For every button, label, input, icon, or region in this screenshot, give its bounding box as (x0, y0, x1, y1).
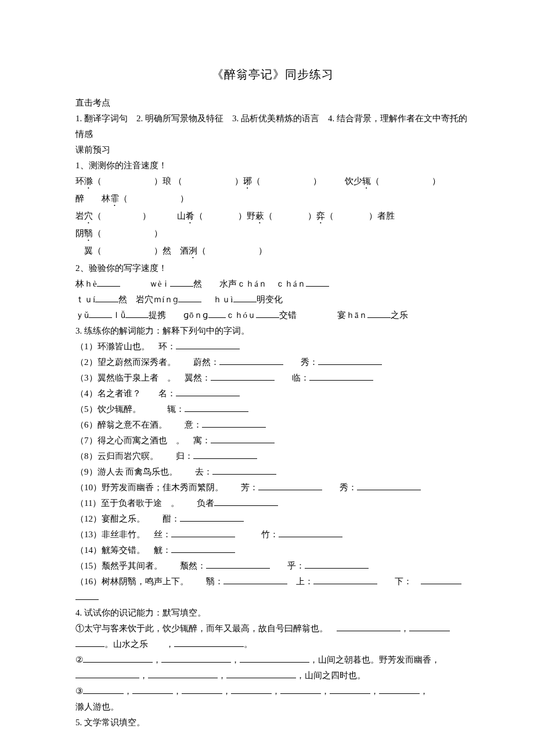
text: ） (180, 194, 189, 203)
item-12: （12）宴酣之乐。 酣： (75, 511, 470, 527)
text: 之乐 (391, 310, 408, 320)
emph-char: 琊 (243, 176, 252, 186)
text: （3）翼然临于泉上者 。 翼然： (75, 373, 211, 382)
blank-input[interactable] (161, 653, 231, 663)
blank-input[interactable] (337, 622, 400, 631)
text: 秀： (340, 483, 357, 492)
text: （15）颓然乎其间者。 颓然： (75, 561, 206, 570)
blank-input[interactable] (219, 356, 283, 365)
q2-row-a: 林ｈèｗèｉ然 水声ｃｈáｎ ｃｈáｎ (75, 276, 470, 292)
blank-input[interactable] (279, 528, 342, 537)
blank-input[interactable] (421, 575, 461, 584)
blank-input[interactable] (185, 403, 248, 412)
text: ①太守与客来饮于此，饮少辄醉，而年又最高，故自号曰醉翁也。 (75, 624, 328, 633)
text: （1）环滁皆山也。 环： (75, 342, 176, 351)
blank-input[interactable] (176, 387, 240, 396)
item-14: （14）觥筹交错。 觥： (75, 542, 470, 558)
text: ， (173, 686, 182, 696)
blank-input[interactable] (214, 497, 278, 506)
blank-input[interactable] (202, 418, 266, 428)
blank-input[interactable] (309, 371, 373, 381)
blank-input[interactable] (75, 638, 104, 647)
blank-input[interactable] (231, 685, 272, 694)
blank-input[interactable] (170, 277, 193, 287)
blank-input[interactable] (305, 559, 369, 569)
q1-row-e: 翼（）然 酒洌（） (75, 243, 470, 261)
text: 饮少 (345, 176, 362, 186)
q4-row-c: ③，，，，，，， (75, 683, 470, 699)
emph-char: 辄 (362, 176, 371, 186)
blank-input[interactable] (409, 622, 450, 631)
blank-input[interactable] (226, 669, 296, 678)
blank-input[interactable] (132, 685, 173, 694)
blank-input[interactable] (367, 309, 391, 318)
blank-input[interactable] (206, 559, 270, 569)
text: 环 (75, 176, 84, 186)
blank-input[interactable] (125, 309, 149, 318)
blank-input[interactable] (83, 685, 124, 694)
blank-input[interactable] (180, 512, 244, 522)
q5-prompt: 5. 文学常识填空。 (75, 715, 470, 730)
blank-input[interactable] (75, 591, 99, 600)
emph-char: 肴 (186, 211, 194, 220)
text: （ (119, 194, 128, 203)
text: （16）树林阴翳，鸣声上下。 翳： (75, 577, 223, 586)
text: 下： (395, 577, 412, 586)
blank-input[interactable] (233, 293, 257, 302)
blank-input[interactable] (357, 481, 421, 490)
item-8: （8）云归而岩穴暝。 归： (75, 448, 470, 464)
blank-input[interactable] (95, 293, 118, 302)
text: ） (234, 176, 243, 186)
blank-input[interactable] (97, 277, 120, 287)
blank-input[interactable] (208, 309, 226, 318)
blank-input[interactable] (176, 340, 240, 349)
text: （2）望之蔚然而深秀者。 蔚然： (75, 357, 219, 367)
blank-input[interactable] (379, 685, 420, 694)
text: （ (174, 176, 182, 186)
blank-input[interactable] (174, 638, 244, 647)
text: ｌǚ (112, 310, 125, 320)
blank-input[interactable] (83, 653, 153, 663)
blank-input[interactable] (280, 685, 321, 694)
blank-input[interactable] (306, 277, 329, 287)
text: ｔｕí (75, 295, 95, 304)
text: ，山间之朝暮也。野芳发而幽香， (309, 655, 440, 664)
emph-char: 霏 (110, 194, 119, 203)
blank-input[interactable] (211, 371, 275, 381)
item-2: （2）望之蔚然而深秀者。 蔚然： 秀： (75, 355, 470, 370)
blank-input[interactable] (223, 575, 287, 584)
item-6: （6）醉翁之意不在酒。 意： (75, 417, 470, 433)
item-11: （11）至于负者歌于途 。 负者 (75, 495, 470, 511)
text: ｙǔ (75, 310, 89, 320)
text: （8）云归而岩穴暝。 归： (75, 451, 193, 461)
blank-input[interactable] (178, 293, 201, 302)
blank-input[interactable] (148, 669, 218, 678)
blank-input[interactable] (240, 653, 309, 663)
text: ， (139, 671, 148, 680)
blank-input[interactable] (193, 450, 257, 459)
item-16: （16）树林阴翳，鸣声上下。 翳： 上： 下： (75, 574, 470, 589)
text: ， (321, 686, 330, 696)
blank-input[interactable] (171, 544, 235, 553)
blank-input[interactable] (258, 481, 322, 490)
text: （ (197, 246, 206, 255)
text: ）者胜 (369, 211, 395, 220)
zhiji-content: 1. 翻译字词句 2. 明确所写景物及特征 3. 品析优美精炼的语言 4. 结合… (75, 111, 470, 142)
blank-input[interactable] (330, 685, 370, 694)
text: （7）得之心而寓之酒也 。 寓： (75, 436, 211, 445)
text: 。山水之乐 ， (104, 639, 174, 649)
blank-input[interactable] (212, 465, 276, 475)
blank-input[interactable] (171, 528, 235, 537)
blank-input[interactable] (256, 309, 279, 318)
text: （ (93, 246, 102, 255)
blank-input[interactable] (211, 434, 275, 443)
blank-input[interactable] (318, 356, 382, 365)
text: （ (93, 211, 102, 220)
blank-input[interactable] (313, 575, 377, 584)
item-1: （1）环滁皆山也。 环： (75, 339, 470, 355)
text: 然 岩穴ｍíｎɡ (118, 295, 178, 304)
blank-input[interactable] (89, 309, 112, 318)
blank-input[interactable] (182, 685, 222, 694)
page-title: 《醉翁亭记》同步练习 (75, 64, 470, 85)
blank-input[interactable] (75, 669, 139, 678)
